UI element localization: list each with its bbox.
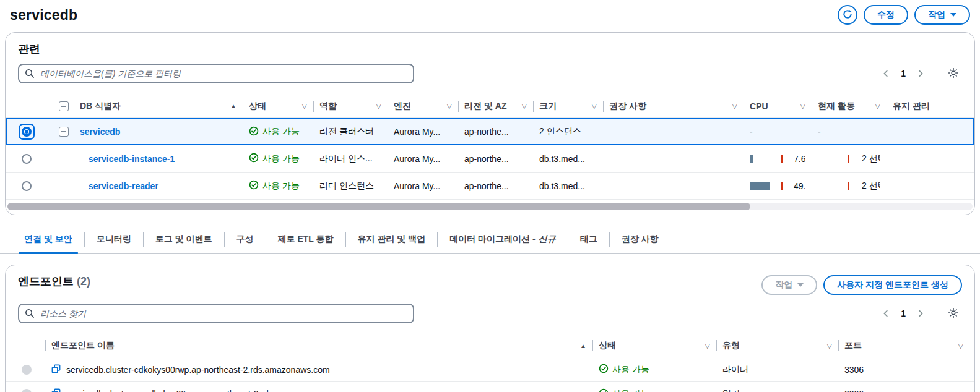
radio-unselected[interactable] <box>22 154 32 164</box>
column-header-recommendation[interactable]: 권장 사항 ▽ <box>603 101 744 112</box>
row-select-cell <box>6 124 53 140</box>
endpoints-pagination: 1 <box>877 305 962 322</box>
sort-icon: ▽ <box>522 102 527 110</box>
next-page-button[interactable] <box>912 65 929 82</box>
related-panel: 관련 1 <box>5 32 975 215</box>
check-circle-icon <box>249 180 259 192</box>
page-title: servicedb <box>10 7 77 23</box>
related-panel-title: 관련 <box>18 41 962 56</box>
activity-cell: 2 선택 지 <box>812 153 887 164</box>
table-row-servicedb-reader[interactable]: servicedb-reader 사용 가능 리더 인스턴스 Aurora My… <box>6 173 974 200</box>
tab-connectivity-security[interactable]: 연결 및 보안 <box>12 225 84 253</box>
table-row-servicedb[interactable]: servicedb 사용 가능 리전 클러스터 Aurora My... ap-… <box>6 118 974 145</box>
endpoints-panel: 엔드포인트 (2) 작업 사용자 지정 엔드포인트 생성 <box>5 265 975 392</box>
size-cell: db.t3.med... <box>533 154 603 164</box>
radio-selected[interactable] <box>19 124 35 140</box>
sort-ascending-icon: ▲ <box>230 103 236 109</box>
sort-icon: ▽ <box>592 102 597 110</box>
gear-icon <box>948 67 959 80</box>
column-header-region-az[interactable]: 리전 및 AZ ▽ <box>458 101 533 112</box>
endpoints-title: 엔드포인트 (2) <box>18 274 90 289</box>
actions-dropdown-button[interactable]: 작업 <box>914 5 970 25</box>
column-header-status[interactable]: 상태 ▽ <box>243 101 313 112</box>
database-filter <box>18 64 414 83</box>
tab-recommendations[interactable]: 권장 사항 <box>610 225 670 253</box>
column-header-port[interactable]: 포트 ▽ <box>838 340 974 351</box>
column-header-status[interactable]: 상태 ▽ <box>592 340 716 351</box>
column-header-role[interactable]: 역할 ▽ <box>313 101 388 112</box>
tab-logs-events[interactable]: 로그 및 이벤트 <box>144 225 224 253</box>
edit-button[interactable]: 수정 <box>864 5 908 25</box>
activity-meter <box>818 155 857 163</box>
column-header-engine[interactable]: 엔진 ▽ <box>388 101 458 112</box>
column-header-endpoint-name[interactable]: 엔드포인트 이름 ▲ <box>45 340 592 351</box>
tab-maintenance-backups[interactable]: 유지 관리 및 백업 <box>346 225 438 253</box>
detail-tabs: 연결 및 보안 모니터링 로그 및 이벤트 구성 제로 ETL 통합 유지 관리… <box>0 225 980 254</box>
prev-page-button[interactable] <box>877 65 895 82</box>
settings-button[interactable] <box>945 305 962 322</box>
current-page[interactable]: 1 <box>897 69 909 79</box>
current-page[interactable]: 1 <box>897 309 909 318</box>
collapse-row-icon[interactable] <box>59 127 69 137</box>
engine-cell: Aurora My... <box>388 181 458 191</box>
tab-tags[interactable]: 태그 <box>568 225 609 253</box>
collapse-all-cell <box>53 101 74 111</box>
activity-cell: - <box>812 127 887 137</box>
cpu-cell: - <box>744 127 812 137</box>
role-cell: 리더 인스턴스 <box>313 181 388 192</box>
endpoint-row-reader[interactable]: servicedb.cluster-ro-cdkokys00rwp.ap-nor… <box>6 381 974 392</box>
row-expand-cell <box>53 127 74 137</box>
status-badge: 사용 가능 <box>599 364 649 375</box>
tab-monitoring[interactable]: 모니터링 <box>85 225 143 253</box>
endpoint-name: servicedb.cluster-ro-cdkokys00rwp.ap-nor… <box>66 389 340 392</box>
header-actions: 수정 작업 <box>838 5 970 25</box>
next-page-button[interactable] <box>912 305 929 322</box>
copy-icon[interactable] <box>51 364 61 375</box>
db-link[interactable]: servicedb <box>80 127 120 137</box>
refresh-button[interactable] <box>838 5 857 25</box>
activity-cell: 2 선택 지 <box>812 181 887 192</box>
settings-button[interactable] <box>945 65 962 82</box>
sort-icon: ▽ <box>800 102 805 110</box>
column-header-db-identifier[interactable]: DB 식별자 ▲ <box>74 101 243 112</box>
copy-icon[interactable] <box>51 388 61 392</box>
column-header-cpu[interactable]: CPU ▽ <box>744 101 812 111</box>
database-filter-input[interactable] <box>18 64 414 83</box>
sort-icon: ▽ <box>875 102 880 110</box>
related-pagination: 1 <box>877 65 962 82</box>
column-header-type[interactable]: 유형 ▽ <box>716 340 838 351</box>
endpoint-port: 3306 <box>838 389 974 392</box>
chevron-down-icon <box>797 283 804 287</box>
db-link[interactable]: servicedb-instance-1 <box>89 154 175 164</box>
resource-filter-input[interactable] <box>18 304 414 323</box>
status-badge: 사용 가능 <box>599 388 649 392</box>
tab-zero-etl[interactable]: 제로 ETL 통합 <box>266 225 345 253</box>
status-badge: 사용 가능 <box>249 126 300 138</box>
endpoint-actions-dropdown[interactable]: 작업 <box>761 275 817 295</box>
column-header-current-activity[interactable]: 현재 활동 ▽ <box>812 101 887 112</box>
db-link[interactable]: servicedb-reader <box>89 181 158 191</box>
endpoint-row-writer[interactable]: servicedb.cluster-cdkokys00rwp.ap-northe… <box>6 357 974 381</box>
endpoints-count: (2) <box>77 275 90 288</box>
edit-button-label: 수정 <box>877 9 895 20</box>
tab-configuration[interactable]: 구성 <box>225 225 266 253</box>
db-clusters-table: DB 식별자 ▲ 상태 ▽ 역할 ▽ 엔진 ▽ 리전 및 AZ ▽ 크기 ▽ <box>6 95 974 200</box>
status-badge: 사용 가능 <box>249 180 300 192</box>
chevron-down-icon <box>950 13 956 17</box>
table-row-servicedb-instance-1[interactable]: servicedb-instance-1 사용 가능 라이터 인스... Aur… <box>6 145 974 173</box>
column-header-maintenance[interactable]: 유지 관리 <box>887 101 974 112</box>
status-badge: 사용 가능 <box>249 153 300 164</box>
size-cell: 2 인스턴스 <box>533 126 603 137</box>
column-header-size[interactable]: 크기 ▽ <box>533 101 603 112</box>
collapse-all-icon[interactable] <box>59 101 69 111</box>
check-circle-icon <box>249 153 259 164</box>
refresh-icon <box>843 9 852 21</box>
radio-unselected[interactable] <box>22 181 32 191</box>
horizontal-scrollbar[interactable] <box>7 203 973 210</box>
tab-data-migration[interactable]: 데이터 마이그레이션 -신규 <box>438 225 567 253</box>
scrollbar-thumb[interactable] <box>7 203 750 210</box>
engine-cell: Aurora My... <box>388 154 458 164</box>
sort-ascending-icon: ▲ <box>580 343 586 349</box>
create-custom-endpoint-button[interactable]: 사용자 지정 엔드포인트 생성 <box>823 275 962 295</box>
prev-page-button[interactable] <box>877 305 895 322</box>
